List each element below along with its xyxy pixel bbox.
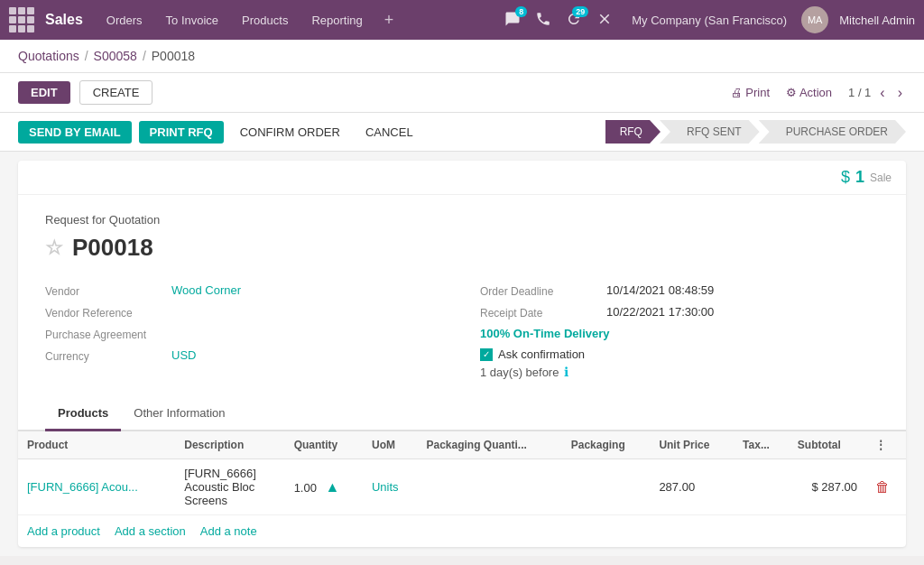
refresh-icon[interactable]: 29 bbox=[566, 11, 582, 30]
vendor-label: Vendor bbox=[45, 283, 162, 298]
phone-icon[interactable] bbox=[535, 11, 551, 30]
product-table: Product Description Quantity UoM Packagi… bbox=[18, 431, 906, 515]
currency-value[interactable]: USD bbox=[171, 348, 196, 362]
col-menu[interactable]: ⋮ bbox=[866, 431, 906, 459]
add-note-button[interactable]: Add a note bbox=[200, 524, 257, 538]
row-product[interactable]: [FURN_6666] Acou... bbox=[18, 459, 175, 515]
col-packaging: Packaging bbox=[562, 431, 651, 459]
days-before-row: 1 day(s) before ℹ bbox=[480, 365, 879, 379]
nav-plus-button[interactable]: + bbox=[377, 7, 402, 33]
nav-reporting[interactable]: Reporting bbox=[302, 10, 371, 31]
row-packaging-qty[interactable] bbox=[418, 459, 562, 515]
table-actions: Add a product Add a section Add a note bbox=[18, 515, 906, 547]
create-button[interactable]: CREATE bbox=[79, 80, 153, 105]
receipt-date-field: Receipt Date 10/22/2021 17:30:00 bbox=[480, 301, 879, 323]
document-card: $ 1 Sale Request for Quotation ☆ P00018 … bbox=[18, 161, 906, 547]
table-row: [FURN_6666] Acou... [FURN_6666] Acoustic… bbox=[18, 459, 906, 515]
toolbar: EDIT CREATE 🖨 Print ⚙ Action 1 / 1 ‹ › bbox=[0, 73, 924, 113]
pager: 1 / 1 ‹ › bbox=[848, 83, 906, 103]
sale-label: Sale bbox=[870, 171, 892, 184]
fields-grid: Vendor Wood Corner Vendor Reference Purc… bbox=[45, 280, 879, 379]
add-product-button[interactable]: Add a product bbox=[27, 524, 100, 538]
doc-number-row: ☆ P00018 bbox=[45, 234, 879, 262]
col-unit-price: Unit Price bbox=[650, 431, 734, 459]
stage-rfq-sent[interactable]: RFQ SENT bbox=[660, 120, 760, 144]
vendor-value[interactable]: Wood Corner bbox=[171, 283, 241, 297]
company-name: My Company (San Francisco) bbox=[632, 14, 787, 27]
vendor-field: Vendor Wood Corner bbox=[45, 280, 462, 301]
pager-prev-button[interactable]: ‹ bbox=[876, 83, 888, 103]
action-button[interactable]: ⚙ Action bbox=[786, 86, 832, 99]
tabs: Products Other Information bbox=[18, 397, 906, 431]
refresh-badge: 29 bbox=[572, 6, 588, 17]
row-tax[interactable] bbox=[734, 459, 789, 515]
receipt-date-label: Receipt Date bbox=[480, 305, 597, 320]
ask-confirm-row: ✓ Ask confirmation bbox=[480, 347, 879, 361]
row-quantity[interactable]: 1.00 ▲ bbox=[285, 459, 363, 515]
receipt-date-value[interactable]: 10/22/2021 17:30:00 bbox=[606, 305, 714, 319]
row-uom[interactable]: Units bbox=[363, 459, 418, 515]
row-packaging[interactable] bbox=[562, 459, 651, 515]
order-deadline-field: Order Deadline 10/14/2021 08:48:59 bbox=[480, 280, 879, 301]
vendor-ref-label: Vendor Reference bbox=[45, 305, 162, 320]
col-subtotal: Subtotal bbox=[789, 431, 866, 459]
left-fields: Vendor Wood Corner Vendor Reference Purc… bbox=[45, 280, 462, 379]
days-before-text: 1 day(s) before bbox=[480, 366, 559, 379]
breadcrumb: Quotations / S00058 / P00018 bbox=[0, 40, 924, 73]
breadcrumb-id2: P00018 bbox=[152, 49, 195, 63]
status-stages: RFQ RFQ SENT PURCHASE ORDER bbox=[606, 120, 906, 144]
apps-grid-icon[interactable] bbox=[9, 7, 34, 32]
ask-confirm-label: Ask confirmation bbox=[498, 347, 585, 361]
col-tax: Tax... bbox=[734, 431, 789, 459]
send-email-button[interactable]: SEND BY EMAIL bbox=[18, 121, 132, 144]
purchase-agreement-label: Purchase Agreement bbox=[45, 327, 162, 341]
document-header: Request for Quotation ☆ P00018 Vendor Wo… bbox=[18, 195, 906, 397]
delivery-badge-row: 100% On-Time Delivery bbox=[480, 323, 879, 344]
row-subtotal: $ 287.00 bbox=[789, 459, 866, 515]
top-navigation: Sales Orders To Invoice Products Reporti… bbox=[0, 0, 924, 40]
confirm-order-button[interactable]: CONFIRM ORDER bbox=[231, 121, 349, 144]
nav-to-invoice[interactable]: To Invoice bbox=[157, 10, 228, 31]
breadcrumb-id1[interactable]: S00058 bbox=[94, 49, 137, 63]
currency-label: Currency bbox=[45, 348, 162, 363]
nav-products[interactable]: Products bbox=[233, 10, 297, 31]
pager-text: 1 / 1 bbox=[848, 86, 871, 99]
col-packaging-qty: Packaging Quanti... bbox=[418, 431, 562, 459]
pager-next-button[interactable]: › bbox=[894, 83, 906, 103]
col-description: Description bbox=[175, 431, 284, 459]
graph-icon[interactable]: ▲ bbox=[326, 479, 340, 495]
brand-label: Sales bbox=[45, 12, 83, 28]
avatar[interactable]: MA bbox=[801, 6, 828, 33]
delete-icon: 🗑 bbox=[875, 479, 890, 495]
chat-icon[interactable]: 8 bbox=[504, 11, 521, 30]
add-section-button[interactable]: Add a section bbox=[115, 524, 186, 538]
currency-field: Currency USD bbox=[45, 345, 462, 366]
order-deadline-value[interactable]: 10/14/2021 08:48:59 bbox=[606, 283, 714, 297]
tab-products[interactable]: Products bbox=[45, 397, 121, 431]
print-rfq-button[interactable]: PRINT RFQ bbox=[139, 121, 224, 144]
edit-button[interactable]: EDIT bbox=[18, 81, 70, 104]
cancel-button[interactable]: CANCEL bbox=[356, 121, 422, 144]
ask-confirm-checkbox[interactable]: ✓ bbox=[480, 348, 493, 361]
delivery-badge: 100% On-Time Delivery bbox=[480, 327, 610, 340]
username: Mitchell Admin bbox=[839, 14, 915, 27]
close-icon[interactable] bbox=[596, 11, 613, 30]
breadcrumb-root[interactable]: Quotations bbox=[18, 49, 79, 63]
right-fields: Order Deadline 10/14/2021 08:48:59 Recei… bbox=[462, 280, 879, 379]
order-deadline-label: Order Deadline bbox=[480, 283, 597, 298]
row-delete[interactable]: 🗑 bbox=[866, 459, 906, 515]
col-quantity: Quantity bbox=[285, 431, 363, 459]
stage-rfq[interactable]: RFQ bbox=[605, 120, 661, 144]
row-unit-price[interactable]: 287.00 bbox=[650, 459, 734, 515]
chat-badge: 8 bbox=[515, 6, 527, 17]
star-icon[interactable]: ☆ bbox=[45, 236, 63, 260]
print-button[interactable]: 🖨 Print bbox=[731, 86, 770, 99]
info-icon[interactable]: ℹ bbox=[564, 365, 568, 379]
purchase-agreement-field: Purchase Agreement bbox=[45, 323, 462, 345]
doc-type-label: Request for Quotation bbox=[45, 213, 879, 227]
nav-orders[interactable]: Orders bbox=[97, 10, 152, 31]
tab-other-information[interactable]: Other Information bbox=[121, 397, 237, 431]
stage-purchase-order[interactable]: PURCHASE ORDER bbox=[759, 120, 906, 144]
sale-count: 1 bbox=[855, 168, 864, 187]
row-description: [FURN_6666] Acoustic Bloc Screens bbox=[175, 459, 284, 515]
